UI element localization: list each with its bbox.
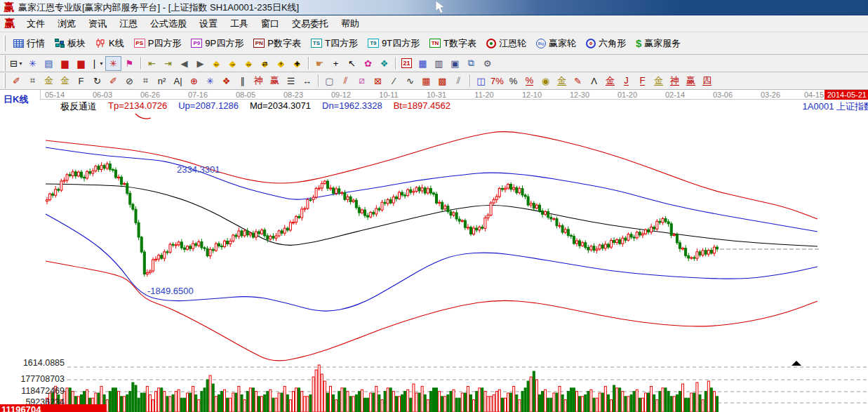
toolbar-button-t-square[interactable]: TST四方形 bbox=[306, 34, 363, 53]
wave-icon[interactable]: ∿ bbox=[402, 74, 418, 88]
shrink-all-icon[interactable]: ◆✚ bbox=[289, 56, 305, 71]
ying-icon[interactable]: 赢 bbox=[267, 74, 283, 88]
gold-red-icon[interactable]: 金 bbox=[602, 74, 618, 88]
info-panel-icon[interactable]: ▤ bbox=[41, 56, 57, 71]
kline-period-icon[interactable]: ⊟▼ bbox=[8, 56, 25, 71]
kline-chart-canvas[interactable] bbox=[0, 90, 868, 412]
red-grid2-icon[interactable]: ▩ bbox=[434, 74, 450, 88]
menu-item-江恩[interactable]: 江恩 bbox=[113, 17, 144, 30]
gann-web-icon[interactable]: ✳ bbox=[25, 56, 41, 71]
j-line-icon[interactable]: J bbox=[618, 74, 634, 88]
crosshair-icon[interactable]: + bbox=[328, 56, 344, 71]
next-bar-icon[interactable]: ▶ bbox=[192, 56, 208, 71]
hand-drag-icon[interactable]: ☛ bbox=[312, 56, 328, 71]
first-page-icon[interactable]: ⇤ bbox=[144, 56, 160, 71]
knife-tool-icon[interactable]: ✐ bbox=[8, 74, 25, 88]
trend-lines-icon[interactable]: ∕ bbox=[386, 74, 402, 88]
brush-icon[interactable]: ✎ bbox=[570, 74, 586, 88]
menu-item-窗口[interactable]: 窗口 bbox=[255, 17, 286, 30]
toolbar-button-market-grid[interactable]: 行情 bbox=[8, 34, 50, 53]
menu-item-帮助[interactable]: 帮助 bbox=[335, 17, 366, 30]
toolbar-button-blocks[interactable]: 板块 bbox=[50, 34, 91, 53]
notepad-icon[interactable]: ▥ bbox=[431, 56, 447, 71]
calculator-icon[interactable]: ▦ bbox=[415, 56, 431, 71]
toolbar-button-hexagon[interactable]: 六角形 bbox=[581, 34, 631, 53]
h-measure-icon[interactable]: ↔ bbox=[299, 74, 315, 88]
menu-item-浏览[interactable]: 浏览 bbox=[51, 17, 82, 30]
percent-line-icon[interactable]: % bbox=[521, 74, 538, 88]
seven-pct-icon[interactable]: 7% bbox=[489, 74, 505, 88]
toolbar-button-p9-square[interactable]: P99P四方形 bbox=[186, 34, 248, 53]
toolbar-button-winner-wheel[interactable]: Big赢家轮 bbox=[531, 34, 581, 53]
quote-k-icon[interactable]: ∥ bbox=[234, 74, 251, 88]
knife2-tool-icon[interactable]: ✐ bbox=[105, 74, 121, 88]
prev-bar-icon[interactable]: ◀ bbox=[176, 56, 192, 71]
calendar-icon[interactable]: 21 bbox=[399, 56, 415, 71]
bars-3-icon[interactable]: ▆ bbox=[57, 56, 73, 71]
pink-tool-icon[interactable]: ✿ bbox=[360, 56, 376, 71]
si-line-icon[interactable]: 四 bbox=[699, 74, 715, 88]
f-line-icon[interactable]: F bbox=[634, 74, 650, 88]
gold-under-icon[interactable]: 金 bbox=[554, 74, 570, 88]
menu-item-资讯[interactable]: 资讯 bbox=[82, 17, 113, 30]
blue-web-icon[interactable]: ✳ bbox=[202, 74, 218, 88]
fan-box-icon[interactable]: ⧄ bbox=[354, 74, 370, 88]
shift-right-icon[interactable]: ◆→ bbox=[225, 56, 241, 71]
expand-h-icon[interactable]: ◆↔ bbox=[241, 56, 257, 71]
gold-line-icon[interactable]: 金 bbox=[650, 74, 667, 88]
angle-pointer-icon[interactable]: ↖ bbox=[344, 56, 360, 71]
target-cross-icon[interactable]: ⊕ bbox=[186, 74, 202, 88]
ray-fan-icon[interactable]: ⫽ bbox=[338, 74, 354, 88]
comb-lines-icon[interactable]: ⌗ bbox=[25, 74, 41, 88]
toolbar-button-t9-square[interactable]: T99T四方形 bbox=[363, 34, 425, 53]
red-web-icon[interactable]: ✳ bbox=[105, 56, 121, 71]
color-flag-icon[interactable]: ⚑ bbox=[121, 56, 138, 71]
menu-item-工具[interactable]: 工具 bbox=[224, 17, 255, 30]
dense-comb-icon[interactable]: ⌗ bbox=[138, 74, 154, 88]
bars-9-icon[interactable]: ▆ bbox=[73, 56, 89, 71]
mirror-a-icon[interactable]: A| bbox=[170, 74, 186, 88]
shrink-h-icon[interactable]: ◆⇄ bbox=[257, 56, 273, 71]
menu-item-交易委托[interactable]: 交易委托 bbox=[286, 17, 335, 30]
color-flag-icon: ⚑ bbox=[126, 58, 134, 69]
shift-left-icon[interactable]: ◆← bbox=[208, 56, 225, 71]
parallel-icon[interactable]: ⫽ bbox=[450, 74, 467, 88]
caliper-icon[interactable]: Λ bbox=[586, 74, 602, 88]
cycle-circle-icon[interactable]: ⊘ bbox=[121, 74, 138, 88]
gold-coin-icon[interactable]: ◉ bbox=[538, 74, 554, 88]
menu-item-文件[interactable]: 文件 bbox=[20, 17, 51, 30]
boxed-web-icon: ❖ bbox=[222, 76, 231, 86]
save-monitor-icon[interactable]: ▣ bbox=[447, 56, 463, 71]
arc-tool-icon[interactable]: ↻ bbox=[89, 74, 105, 88]
shen-line-icon[interactable]: 神 bbox=[667, 74, 683, 88]
boxed-web-icon[interactable]: ❖ bbox=[218, 74, 234, 88]
stats-bars-icon[interactable]: ◫ bbox=[473, 74, 489, 88]
toolbar-button-winner-service[interactable]: $赢家服务 bbox=[631, 34, 686, 53]
gold-ratio2-icon[interactable]: 金 bbox=[57, 74, 73, 88]
percent-icon[interactable]: % bbox=[505, 74, 521, 88]
menu-item-公式选股[interactable]: 公式选股 bbox=[144, 17, 193, 30]
last-page-icon[interactable]: ⇥ bbox=[160, 56, 176, 71]
ruler-scale-icon[interactable]: ☰ bbox=[283, 74, 299, 88]
chart-panel[interactable]: 日K线 05-1406-0306-2607-1608-0508-2309-121… bbox=[0, 90, 868, 412]
toolbar-button-t-number[interactable]: TNT数字表 bbox=[425, 34, 481, 53]
single-candle-icon: ❘ bbox=[91, 58, 98, 69]
network-icon[interactable]: ⧉ bbox=[463, 56, 479, 71]
select-box-icon[interactable]: ▢ bbox=[321, 74, 338, 88]
teal-puzzle-icon[interactable]: ❖ bbox=[376, 56, 392, 71]
remote-tool-icon[interactable]: ⚙ bbox=[479, 56, 495, 71]
gold-ratio-icon[interactable]: 金 bbox=[41, 74, 57, 88]
fib-levels-icon[interactable]: F bbox=[73, 74, 89, 88]
red-grid-icon[interactable]: ▦ bbox=[418, 74, 434, 88]
toolbar-button-kline[interactable]: K线 bbox=[91, 34, 129, 53]
toolbar-button-p-number[interactable]: PNP数字表 bbox=[248, 34, 306, 53]
mesh-box-icon[interactable]: ⊠ bbox=[370, 74, 386, 88]
expand-all-icon[interactable]: ◆+ bbox=[273, 56, 289, 71]
single-candle-icon[interactable]: ❘▼ bbox=[89, 56, 105, 71]
menu-item-设置[interactable]: 设置 bbox=[193, 17, 224, 30]
toolbar-button-p-square[interactable]: PSP四方形 bbox=[129, 34, 187, 53]
toolbar-button-gann-wheel[interactable]: 江恩轮 bbox=[481, 34, 531, 53]
ying-line-icon[interactable]: 赢 bbox=[683, 74, 699, 88]
shen-icon[interactable]: 神 bbox=[251, 74, 267, 88]
n-square-icon[interactable]: n² bbox=[154, 74, 170, 88]
